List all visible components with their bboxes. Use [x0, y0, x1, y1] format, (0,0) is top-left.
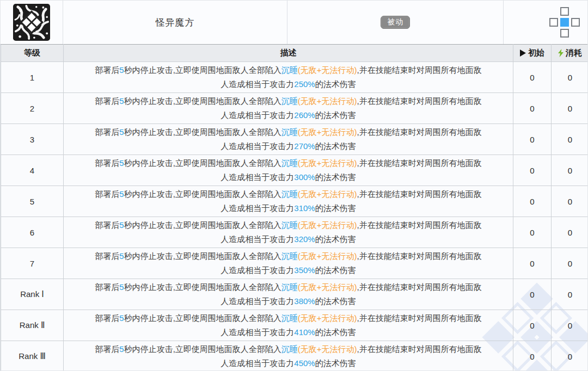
level-cell: 7: [1, 248, 64, 279]
table-header-row: 等级 描述 初始 消耗: [1, 45, 588, 62]
sp-cost-cell: 0: [552, 341, 588, 371]
deploy-seconds-value: 5: [119, 313, 124, 323]
play-triangle-icon: [520, 50, 526, 57]
description-cell: 部署后5秒内停止攻击,立即使周围地面敌人全部陷入沉睡(无敌+无法行动),并在技能…: [64, 62, 513, 93]
initial-sp-cell: 0: [513, 186, 552, 217]
level-cell: Rank Ⅲ: [1, 341, 64, 371]
description-line-1: 部署后5秒内停止攻击,立即使周围地面敌人全部陷入沉睡(无敌+无法行动),并在技能…: [67, 311, 510, 325]
deploy-seconds-value: 5: [119, 96, 124, 106]
keyword-sleep: 沉睡: [281, 220, 298, 230]
description-cell: 部署后5秒内停止攻击,立即使周围地面敌人全部陷入沉睡(无敌+无法行动),并在技能…: [64, 124, 513, 155]
keyword-sleep: 沉睡: [281, 96, 298, 106]
keyword-note: (无敌+无法行动): [298, 344, 357, 354]
attack-percent-value: 450%: [294, 358, 315, 368]
level-cell: 5: [1, 186, 64, 217]
keyword-sleep: 沉睡: [281, 65, 298, 75]
description-line-1: 部署后5秒内停止攻击,立即使周围地面敌人全部陷入沉睡(无敌+无法行动),并在技能…: [67, 280, 510, 294]
range-grid: [549, 7, 580, 38]
description-cell: 部署后5秒内停止攻击,立即使周围地面敌人全部陷入沉睡(无敌+无法行动),并在技能…: [64, 341, 513, 371]
description-line-2: 人造成相当于攻击力270%的法术伤害: [67, 139, 510, 153]
description-line-1: 部署后5秒内停止攻击,立即使周围地面敌人全部陷入沉睡(无敌+无法行动),并在技能…: [67, 94, 510, 108]
deploy-seconds-value: 5: [119, 251, 124, 261]
skill-name: 怪异魔方: [155, 16, 194, 29]
attack-percent-value: 260%: [294, 110, 315, 120]
sp-cost-cell: 0: [552, 93, 588, 124]
description-line-1: 部署后5秒内停止攻击,立即使周围地面敌人全部陷入沉睡(无敌+无法行动),并在技能…: [67, 342, 510, 356]
table-row: Rank Ⅲ 部署后5秒内停止攻击,立即使周围地面敌人全部陷入沉睡(无敌+无法行…: [1, 341, 588, 371]
initial-sp-cell: 0: [513, 310, 552, 341]
description-line-1: 部署后5秒内停止攻击,立即使周围地面敌人全部陷入沉睡(无敌+无法行动),并在技能…: [67, 249, 510, 263]
level-cell: 1: [1, 62, 64, 93]
description-cell: 部署后5秒内停止攻击,立即使周围地面敌人全部陷入沉睡(无敌+无法行动),并在技能…: [64, 93, 513, 124]
level-cell: 4: [1, 155, 64, 186]
description-cell: 部署后5秒内停止攻击,立即使周围地面敌人全部陷入沉睡(无敌+无法行动),并在技能…: [64, 248, 513, 279]
attack-percent-value: 300%: [294, 172, 315, 182]
table-row: 4 部署后5秒内停止攻击,立即使周围地面敌人全部陷入沉睡(无敌+无法行动),并在…: [1, 155, 588, 186]
initial-sp-cell: 0: [513, 217, 552, 248]
description-line-2: 人造成相当于攻击力350%的法术伤害: [67, 263, 510, 277]
deploy-seconds-value: 5: [119, 127, 124, 137]
description-line-2: 人造成相当于攻击力310%的法术伤害: [67, 201, 510, 215]
initial-sp-cell: 0: [513, 93, 552, 124]
keyword-sleep: 沉睡: [281, 189, 298, 199]
description-line-2: 人造成相当于攻击力320%的法术伤害: [67, 232, 510, 246]
description-line-1: 部署后5秒内停止攻击,立即使周围地面敌人全部陷入沉睡(无敌+无法行动),并在技能…: [67, 63, 510, 77]
keyword-sleep: 沉睡: [281, 313, 298, 323]
initial-sp-cell: 0: [513, 62, 552, 93]
attack-percent-value: 410%: [294, 327, 315, 337]
attack-percent-value: 350%: [294, 265, 315, 275]
sp-cost-cell: 0: [552, 124, 588, 155]
level-cell: 2: [1, 93, 64, 124]
description-cell: 部署后5秒内停止攻击,立即使周围地面敌人全部陷入沉睡(无敌+无法行动),并在技能…: [64, 186, 513, 217]
keyword-note: (无敌+无法行动): [298, 96, 357, 106]
description-cell: 部署后5秒内停止攻击,立即使周围地面敌人全部陷入沉睡(无敌+无法行动),并在技能…: [64, 217, 513, 248]
range-tile: [560, 29, 569, 38]
deploy-seconds-value: 5: [119, 158, 124, 168]
attack-percent-value: 270%: [294, 141, 315, 151]
table-row: 2 部署后5秒内停止攻击,立即使周围地面敌人全部陷入沉睡(无敌+无法行动),并在…: [1, 93, 588, 124]
table-row: 5 部署后5秒内停止攻击,立即使周围地面敌人全部陷入沉睡(无敌+无法行动),并在…: [1, 186, 588, 217]
keyword-note: (无敌+无法行动): [298, 65, 357, 75]
attack-percent-value: 380%: [294, 296, 315, 306]
sp-cost-cell: 0: [552, 248, 588, 279]
initial-sp-cell: 0: [513, 124, 552, 155]
level-cell: 6: [1, 217, 64, 248]
deploy-seconds-value: 5: [119, 220, 124, 230]
skill-icon-cell: [1, 1, 63, 44]
keyword-sleep: 沉睡: [281, 282, 298, 292]
deploy-seconds-value: 5: [119, 344, 124, 354]
skill-detail-panel: 怪异魔方 被动 等级 描述 初始: [0, 0, 588, 371]
table-row: 6 部署后5秒内停止攻击,立即使周围地面敌人全部陷入沉睡(无敌+无法行动),并在…: [1, 217, 588, 248]
description-cell: 部署后5秒内停止攻击,立即使周围地面敌人全部陷入沉睡(无敌+无法行动),并在技能…: [64, 310, 513, 341]
sp-cost-cell: 0: [552, 310, 588, 341]
initial-sp-cell: 0: [513, 341, 552, 371]
passive-type-badge: 被动: [381, 16, 410, 29]
attack-percent-value: 310%: [294, 203, 315, 213]
level-cell: Rank Ⅱ: [1, 310, 64, 341]
deploy-seconds-value: 5: [119, 189, 124, 199]
keyword-note: (无敌+无法行动): [298, 282, 357, 292]
skill-header: 怪异魔方 被动: [1, 1, 587, 44]
keyword-sleep: 沉睡: [281, 251, 298, 261]
lightning-bolt-icon: [558, 49, 564, 57]
keyword-sleep: 沉睡: [281, 127, 298, 137]
description-line-1: 部署后5秒内停止攻击,立即使周围地面敌人全部陷入沉睡(无敌+无法行动),并在技能…: [67, 125, 510, 139]
range-tile: [560, 7, 569, 16]
table-row: Rank Ⅰ 部署后5秒内停止攻击,立即使周围地面敌人全部陷入沉睡(无敌+无法行…: [1, 279, 588, 310]
sp-cost-cell: 0: [552, 155, 588, 186]
sp-cost-cell: 0: [552, 279, 588, 310]
deploy-seconds-value: 5: [119, 65, 124, 75]
range-tile: [549, 18, 558, 27]
level-cell: Rank Ⅰ: [1, 279, 64, 310]
sp-cost-cell: 0: [552, 62, 588, 93]
keyword-note: (无敌+无法行动): [298, 158, 357, 168]
level-cell: 3: [1, 124, 64, 155]
description-line-2: 人造成相当于攻击力250%的法术伤害: [67, 77, 510, 91]
table-row: 1 部署后5秒内停止攻击,立即使周围地面敌人全部陷入沉睡(无敌+无法行动),并在…: [1, 62, 588, 93]
header-initial-sp: 初始: [513, 45, 552, 62]
keyword-sleep: 沉睡: [281, 158, 298, 168]
description-line-2: 人造成相当于攻击力260%的法术伤害: [67, 108, 510, 122]
attack-percent-value: 250%: [294, 79, 315, 89]
skill-name-cell: 怪异魔方: [63, 1, 287, 44]
range-tile: [571, 18, 580, 27]
